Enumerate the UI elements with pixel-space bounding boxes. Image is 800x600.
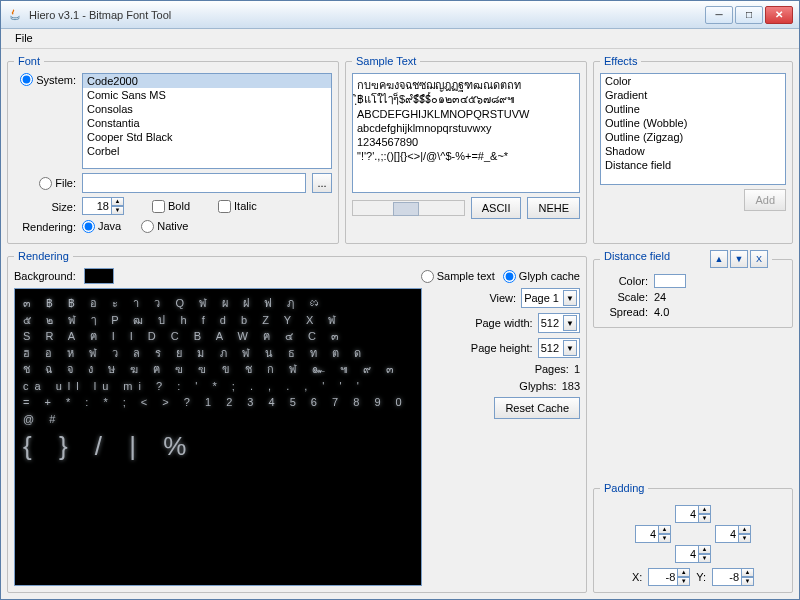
df-color-swatch[interactable] [654,274,686,288]
df-color-label: Color: [600,275,648,287]
effects-group: Effects Color Gradient Outline Outline (… [593,55,793,244]
effects-legend: Effects [600,55,641,67]
page-width-select[interactable]: 512▼ [538,313,580,333]
minimize-button[interactable]: ─ [705,6,733,24]
pad-left-spinner[interactable]: ▲▼ [635,525,671,543]
effect-item[interactable]: Outline (Zigzag) [601,130,785,144]
menubar: File [1,29,799,49]
glyph-canvas: ๓ ฿ ฿ อ ะ า ว Q ฬ ผ ฝ ฟ ฦ ణ ๕ ๒ ฬ ๅ P ฒ … [14,288,422,586]
rendering-label: Rendering: [14,219,76,233]
page-height-select[interactable]: 512▼ [538,338,580,358]
glyphs-value: 183 [562,380,580,392]
sample-text-group: Sample Text กบฃคฆงจฉชซฌญฎฏฐฑฒณดตถท ิฺ฿แโ… [345,55,587,244]
bold-checkbox[interactable]: Bold [152,200,190,213]
size-spinner[interactable]: ▲▼ [82,197,124,215]
ascii-button[interactable]: ASCII [471,197,522,219]
glyph-cache-radio[interactable]: Glyph cache [503,270,580,283]
nehe-button[interactable]: NEHE [527,197,580,219]
pad-bottom-spinner[interactable]: ▲▼ [675,545,711,563]
effect-item[interactable]: Outline [601,102,785,116]
df-scale-label: Scale: [600,291,648,303]
move-down-button[interactable]: ▼ [730,250,748,268]
close-button[interactable]: ✕ [765,6,793,24]
native-radio[interactable]: Native [141,220,188,233]
remove-effect-button[interactable]: X [750,250,768,268]
pad-x-spinner[interactable]: ▲▼ [648,568,690,586]
font-legend: Font [14,55,44,67]
effects-list[interactable]: Color Gradient Outline Outline (Wobble) … [600,73,786,185]
glyphs-label: Glyphs: [519,380,556,392]
move-up-button[interactable]: ▲ [710,250,728,268]
pad-top-spinner[interactable]: ▲▼ [675,505,711,523]
df-spread-value: 4.0 [654,306,669,318]
df-legend: Distance field ▲ ▼ X [600,250,772,268]
sample-legend: Sample Text [352,55,420,67]
effect-item[interactable]: Outline (Wobble) [601,116,785,130]
distance-field-group: Distance field ▲ ▼ X Color: Scale:24 Spr… [593,250,793,328]
size-label: Size: [14,199,76,213]
sample-textarea[interactable]: กบฃคฆงจฉชซฌญฎฏฐฑฒณดตถท ิฺ฿แโใไๅๆ็$๙ํ$ํ$ํ… [352,73,580,193]
menu-file[interactable]: File [9,31,39,45]
font-list-item[interactable]: Comic Sans MS [83,88,331,102]
pages-label: Pages: [535,363,569,375]
pad-y-label: Y: [696,571,706,583]
file-radio[interactable]: File: [14,177,76,190]
ph-label: Page height: [471,342,533,354]
font-group: Font System: Code2000 Comic Sans MS Cons… [7,55,339,244]
font-list-item[interactable]: Code2000 [83,74,331,88]
window-title: Hiero v3.1 - Bitmap Font Tool [29,9,705,21]
padding-legend: Padding [600,482,648,494]
titlebar: Hiero v3.1 - Bitmap Font Tool ─ □ ✕ [1,1,799,29]
chevron-down-icon: ▼ [563,340,577,356]
chevron-down-icon: ▼ [563,290,577,306]
effect-item[interactable]: Distance field [601,158,785,172]
pw-label: Page width: [475,317,532,329]
effect-item[interactable]: Shadow [601,144,785,158]
df-scale-value: 24 [654,291,666,303]
padding-group: Padding ▲▼ ▲▼ ▲▼ ▲▼ X: ▲▼ [593,482,793,593]
background-label: Background: [14,270,76,282]
java-icon [7,7,23,23]
system-radio[interactable]: System: [14,73,76,86]
browse-button[interactable]: ... [312,173,332,193]
file-input[interactable] [82,173,306,193]
view-select[interactable]: Page 1▼ [521,288,580,308]
rendering-legend: Rendering [14,250,73,262]
sample-scrollbar[interactable] [352,200,465,216]
pad-x-label: X: [632,571,642,583]
background-color-swatch[interactable] [84,268,114,284]
pages-value: 1 [574,363,580,375]
effect-item[interactable]: Color [601,74,785,88]
maximize-button[interactable]: □ [735,6,763,24]
add-effect-button[interactable]: Add [744,189,786,211]
effect-item[interactable]: Gradient [601,88,785,102]
pad-y-spinner[interactable]: ▲▼ [712,568,754,586]
pad-right-spinner[interactable]: ▲▼ [715,525,751,543]
font-list-item[interactable]: Constantia [83,116,331,130]
font-list[interactable]: Code2000 Comic Sans MS Consolas Constant… [82,73,332,169]
sample-text-radio[interactable]: Sample text [421,270,495,283]
chevron-down-icon: ▼ [563,315,577,331]
java-radio[interactable]: Java [82,220,121,233]
view-label: View: [489,292,516,304]
italic-checkbox[interactable]: Italic [218,200,257,213]
font-list-item[interactable]: Consolas [83,102,331,116]
font-list-item[interactable]: Corbel [83,144,331,158]
reset-cache-button[interactable]: Reset Cache [494,397,580,419]
font-list-item[interactable]: Cooper Std Black [83,130,331,144]
df-spread-label: Spread: [600,306,648,318]
rendering-group: Rendering Background: Sample text Glyph … [7,250,587,593]
app-window: Hiero v3.1 - Bitmap Font Tool ─ □ ✕ File… [0,0,800,600]
